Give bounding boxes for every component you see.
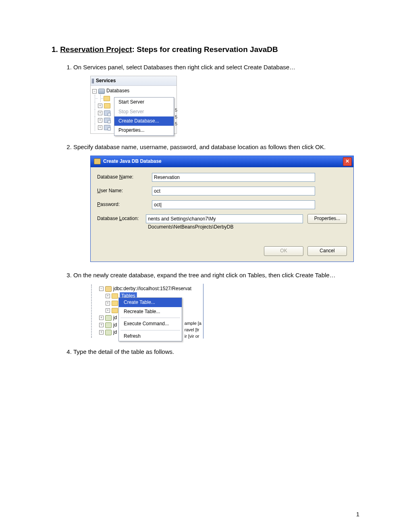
panel-grip-icon xyxy=(91,285,93,338)
password-input[interactable]: oct| xyxy=(152,200,315,209)
expand-icon[interactable]: + xyxy=(99,316,104,320)
expand-icon[interactable]: + xyxy=(106,294,110,298)
cancel-button[interactable]: Cancel xyxy=(307,246,347,256)
folder-icon xyxy=(112,293,118,299)
node-label[interactable]: jd xyxy=(113,322,117,328)
heading-underlined: Reservation Project xyxy=(60,45,132,54)
database-name-label: Database Name: xyxy=(97,174,152,181)
panel-title: Services xyxy=(91,76,176,86)
database-name-input[interactable]: Reservation xyxy=(152,173,315,182)
context-menu: Start Server Stop Server Create Database… xyxy=(114,97,174,136)
services-panel-screenshot: Services − Databases + + + + St xyxy=(90,76,177,134)
truncated-digits: 5 5 5 xyxy=(175,107,177,127)
node-label[interactable]: jd xyxy=(113,329,117,336)
connection-icon xyxy=(104,110,110,116)
location-label: Database Location: xyxy=(97,215,146,222)
menu-separator xyxy=(120,318,180,318)
collapse-icon[interactable]: − xyxy=(99,287,104,291)
username-label: User Name: xyxy=(97,187,152,194)
step-3: On the newly create database, expand the… xyxy=(73,271,359,339)
folder-icon xyxy=(112,308,118,313)
connection-node[interactable]: jdbc:derby://localhost:1527/Reservat xyxy=(113,285,191,292)
heading-number: 1. xyxy=(52,45,58,54)
menu-create-database[interactable]: Create Database... xyxy=(114,116,174,126)
databases-icon xyxy=(98,89,105,94)
page-number: 1 xyxy=(356,511,359,517)
connection-icon xyxy=(105,322,112,328)
menu-start-server[interactable]: Start Server xyxy=(114,98,174,107)
menu-stop-server: Stop Server xyxy=(114,107,174,116)
expand-icon[interactable]: + xyxy=(98,104,102,108)
folder-icon xyxy=(104,103,110,108)
step-list: On Services panel, select Databases then… xyxy=(52,63,359,356)
expand-icon[interactable]: + xyxy=(99,330,104,335)
step-1: On Services panel, select Databases then… xyxy=(73,63,359,134)
menu-create-table[interactable]: Create Table... xyxy=(119,298,182,307)
step-2: Specify database name, username, passwor… xyxy=(73,143,359,262)
heading-rest: : Steps for creating Reservation JavaDB xyxy=(132,45,278,54)
properties-button[interactable]: Properties... xyxy=(307,214,347,224)
menu-refresh[interactable]: Refresh xyxy=(119,332,182,341)
databases-node[interactable]: Databases xyxy=(106,87,129,94)
context-menu: Create Table... Recreate Table... Execut… xyxy=(118,297,182,342)
dialog-titlebar: Create Java DB Database ✕ xyxy=(91,156,353,167)
close-icon[interactable]: ✕ xyxy=(343,157,352,166)
expand-icon[interactable]: + xyxy=(99,323,104,327)
menu-recreate-table[interactable]: Recreate Table... xyxy=(119,307,182,316)
folder-icon xyxy=(112,301,118,306)
truncated-labels: ample [a ravel [tr ir [vir or xyxy=(185,320,201,339)
connection-icon xyxy=(104,118,110,123)
username-input[interactable]: oct xyxy=(152,187,315,195)
folder-icon xyxy=(104,96,110,101)
tables-context-screenshot: − jdbc:derby://localhost:1527/Reservat +… xyxy=(90,284,203,339)
connection-icon xyxy=(105,286,112,292)
connection-icon xyxy=(105,330,112,335)
dialog-title: Create Java DB Database xyxy=(103,158,162,165)
connection-icon xyxy=(104,125,110,130)
expand-icon[interactable]: + xyxy=(98,125,102,130)
page-title: 1. Reservation Project: Steps for creati… xyxy=(52,45,359,54)
expand-icon[interactable]: + xyxy=(98,111,102,115)
menu-execute-command[interactable]: Execute Command... xyxy=(119,319,182,328)
create-db-dialog: Create Java DB Database ✕ Database Name:… xyxy=(90,156,354,262)
menu-properties[interactable]: Properties... xyxy=(114,126,174,135)
ok-button[interactable]: OK xyxy=(264,246,303,256)
expand-icon[interactable]: + xyxy=(106,308,110,313)
expand-icon[interactable]: + xyxy=(98,118,102,123)
menu-separator xyxy=(120,330,180,330)
expand-icon[interactable]: + xyxy=(106,301,110,305)
location-input[interactable]: nents and Settings\chanon7\My Documents\… xyxy=(146,214,303,223)
connection-icon xyxy=(105,315,112,321)
node-label[interactable]: jd xyxy=(113,314,117,321)
app-icon xyxy=(94,158,101,164)
step-4: Type the detail of the table as follows. xyxy=(73,347,359,356)
password-label: Password: xyxy=(97,201,152,208)
collapse-icon[interactable]: − xyxy=(92,89,97,94)
